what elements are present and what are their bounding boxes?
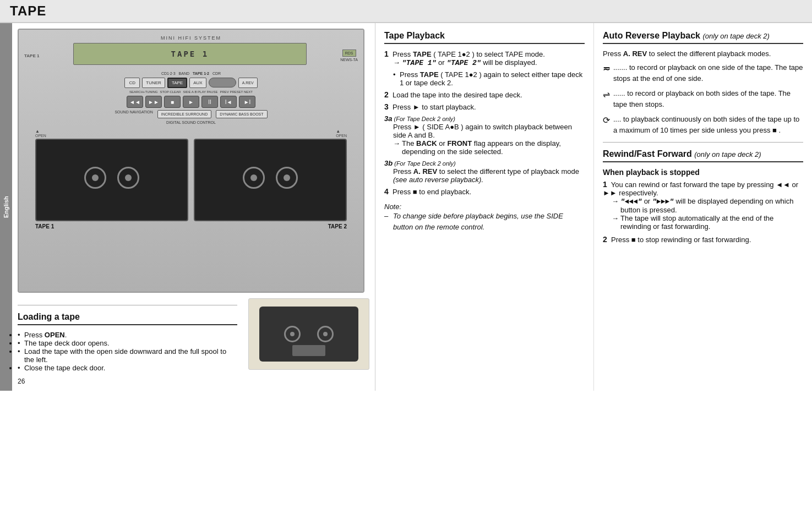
note-label: Note:: [384, 203, 585, 211]
rewind-ff-subtitle: (only on tape deck 2): [694, 150, 761, 158]
tape-playback-title: Tape Playback: [384, 31, 585, 44]
open2-top: ▲: [336, 129, 347, 134]
step-3b-content: Press A. REV to select the different typ…: [393, 167, 585, 184]
transport-row: ◄◄ ►► ■ ► II I◄ ►I: [24, 96, 358, 108]
incredible-surround-button[interactable]: INCREDIBLE SURROUND: [157, 110, 211, 118]
tape-playback-col: Tape Playback 1 Press TAPE ( TAPE 1●2 ) …: [375, 23, 594, 391]
content-columns: Tape Playback 1 Press TAPE ( TAPE 1●2 ) …: [375, 23, 812, 391]
open2-label: OPEN: [336, 134, 347, 138]
band-label: BAND: [179, 72, 189, 75]
step-3b-label: 3b: [384, 159, 393, 167]
auto-reverse-title: Auto Reverse Playback (only on tape deck…: [603, 31, 803, 44]
loading-item-3: Load the tape with the open side downwar…: [18, 347, 237, 364]
step-3-num: 3: [384, 102, 389, 111]
note-item-1: To change side before playback begins, u…: [384, 211, 585, 232]
rewind-button[interactable]: ◄◄: [127, 96, 143, 108]
bottom-left-section: Loading a tape Press OPEN. The tape deck…: [18, 293, 369, 378]
front-label: FRONT: [447, 139, 472, 147]
news-ta-indicator: NEWS-TA: [340, 58, 358, 62]
cassette-window: [292, 345, 325, 356]
cd-button[interactable]: CD: [124, 78, 140, 88]
tape-deck-2-area: ▲ OPEN: [194, 129, 347, 229]
next-button[interactable]: ►I: [239, 96, 255, 108]
tape1-label: TAPE 1: [35, 223, 188, 229]
mode-1-icon: ≂: [603, 62, 610, 84]
step-1-arrow: "TAPE 1" or "TAPE 2" will be displayed.: [393, 58, 585, 67]
cassette-body: [259, 307, 358, 362]
sub-labels-row: SEARCH+TUNING STOP·CLEAR SIDE A·B PLAY P…: [24, 90, 358, 94]
tuner-button[interactable]: TUNER: [142, 78, 165, 88]
device-display-label: TAPE 1: [24, 53, 39, 58]
rewind-step-1-arrow-2: The tape will stop automatically at the …: [612, 214, 803, 231]
auto-reverse-title-text: Auto Reverse Playback: [603, 31, 700, 40]
auto-reverse-subtitle: (only on tape deck 2): [702, 32, 769, 40]
display-rewind: "◄◄◄": [620, 198, 642, 206]
loading-item-4: Close the tape deck door.: [18, 364, 237, 372]
device-area: MINI HIFI SYSTEM TAPE 1 TAPE 1 RDS NEWS-…: [12, 23, 375, 391]
tape2-reels: [243, 167, 298, 189]
page-number: 26: [18, 378, 369, 385]
a-rev-button[interactable]: A.REV: [238, 78, 258, 88]
aux-button[interactable]: AUX: [189, 78, 206, 88]
a-rev-intro-bold: A. REV: [623, 50, 647, 58]
tape2-reel-right-inner: [284, 174, 290, 181]
rewind-step-2-num: 2: [603, 235, 607, 244]
tape1-open-label: ▲ OPEN: [35, 129, 46, 138]
tape-label: TAPE 1·2: [193, 72, 209, 75]
open1-label: OPEN: [35, 134, 46, 138]
main-layout: English MINI HIFI SYSTEM TAPE 1 TAPE 1 R…: [0, 23, 812, 391]
rewind-step-2: 2 Press ■ to stop rewinding or fast forw…: [603, 235, 803, 244]
cassette-image: [248, 298, 369, 370]
tape2-reel-left-inner: [250, 174, 257, 181]
cassette-reel-right-inner: [323, 332, 328, 336]
back-label: BACK: [416, 139, 437, 147]
device-top-label: MINI HIFI SYSTEM: [24, 35, 358, 41]
side-ab-label: SIDE A·B PLAY PAUSE: [183, 90, 217, 94]
fast-forward-button[interactable]: ►►: [145, 96, 162, 108]
dynamic-bass-boost-button[interactable]: DYNAMIC BASS BOOST: [216, 110, 267, 118]
step-3a-subtitle: (For Tape Deck 2 only): [392, 116, 455, 122]
device-brand: TAPE 1: [24, 53, 39, 58]
note-section: Note: To change side before playback beg…: [384, 203, 585, 232]
mode-3-icon: ⟳: [603, 114, 610, 135]
section-divider: [603, 142, 803, 143]
search-tuning-label: SEARCH+TUNING: [129, 90, 158, 94]
play-button[interactable]: ►: [183, 96, 199, 108]
tape1-reel-right: [117, 167, 139, 189]
volume-knob[interactable]: [209, 78, 236, 88]
when-stopped-title: When playback is stopped: [603, 168, 803, 177]
tape-button[interactable]: TAPE: [167, 78, 187, 88]
mode-2-icon: ⇌: [603, 88, 610, 110]
tape1-reel-right-inner: [125, 174, 132, 181]
cdr-label: CDR: [212, 72, 221, 75]
step-2: 2 Load the tape into the desired tape de…: [384, 90, 585, 99]
auto-reverse-col: Auto Reverse Playback (only on tape deck…: [594, 23, 812, 391]
stop-button[interactable]: ■: [164, 96, 181, 108]
see-auto-reverse: (see auto reverse playback).: [393, 176, 483, 184]
step-3: 3 Press ► to start playback.: [384, 102, 585, 111]
rds-indicator: RDS: [342, 50, 356, 57]
step-1-num: 1: [384, 50, 389, 58]
right-indicators: RDS NEWS-TA: [340, 50, 358, 62]
prev-button[interactable]: I◄: [220, 96, 237, 108]
a-rev-bold: A. REV: [413, 167, 437, 176]
step-1: 1 Press TAPE ( TAPE 1●2 ) to select TAPE…: [384, 50, 585, 67]
step-3a-label: 3a: [384, 114, 392, 123]
loading-item-1: Press OPEN.: [18, 331, 237, 339]
digital-sound-label: DIGITAL SOUND CONTROL: [24, 121, 358, 124]
rewind-ff-title: Rewind/Fast Forward (only on tape deck 2…: [603, 149, 803, 162]
step-3b-subtitle: (For Tape Deck 2 only): [393, 160, 456, 167]
open1-top: ▲: [35, 129, 46, 134]
step-1-display2: "TAPE 2": [446, 59, 481, 67]
tape-bold-1: TAPE: [413, 50, 432, 58]
pause-button[interactable]: II: [201, 96, 218, 108]
mode-2: ⇌ ...... to record or playback on both s…: [603, 88, 803, 110]
step-1-display: "TAPE 1": [402, 59, 436, 67]
display-text: TAPE 1: [171, 50, 209, 58]
tape2-label: TAPE 2: [194, 223, 347, 229]
open-bold: OPEN: [45, 331, 65, 339]
step-2-num: 2: [384, 90, 389, 99]
tape2-reel-left: [243, 167, 265, 189]
tape2-open-area: ▲ OPEN: [336, 129, 347, 138]
step-3a-content: Press ► ( SIDE A●B ) again to switch pla…: [393, 123, 585, 156]
